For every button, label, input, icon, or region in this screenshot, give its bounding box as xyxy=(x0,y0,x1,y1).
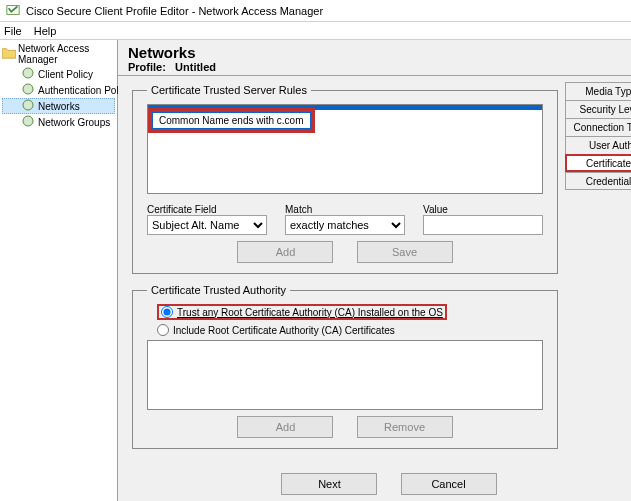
tree-item-network-groups[interactable]: Network Groups xyxy=(2,114,115,130)
ca-listbox[interactable] xyxy=(147,340,543,410)
leaf-icon xyxy=(22,83,34,97)
ca-remove-button[interactable]: Remove xyxy=(357,416,453,438)
wizard-nav: Next Cancel xyxy=(118,469,631,501)
tree-item-label: Authentication Policy xyxy=(38,85,131,96)
window-title: Cisco Secure Client Profile Editor - Net… xyxy=(26,5,323,17)
cert-field-select[interactable]: Subject Alt. Name xyxy=(147,215,267,235)
menu-file[interactable]: File xyxy=(4,25,22,37)
tree-item-networks[interactable]: Networks xyxy=(2,98,115,114)
leaf-icon xyxy=(22,115,34,129)
tree-item-label: Network Groups xyxy=(38,117,110,128)
tree-root[interactable]: Network Access Manager xyxy=(2,42,115,66)
rules-add-button[interactable]: Add xyxy=(237,241,333,263)
svg-point-2 xyxy=(23,84,33,94)
rules-listbox[interactable]: Common Name ends with c.com xyxy=(147,104,543,194)
tree-item-client-policy[interactable]: Client Policy xyxy=(2,66,115,82)
group-legend: Certificate Trusted Server Rules xyxy=(147,84,311,96)
tree-panel: Network Access Manager Client Policy Aut… xyxy=(0,40,118,501)
leaf-icon xyxy=(22,67,34,81)
tree-root-label: Network Access Manager xyxy=(18,43,115,65)
group-legend: Certificate Trusted Authority xyxy=(147,284,290,296)
svg-point-1 xyxy=(23,68,33,78)
rule-item[interactable]: Common Name ends with c.com xyxy=(152,112,311,129)
tab-certificates[interactable]: Certificates xyxy=(565,154,631,172)
svg-point-4 xyxy=(23,116,33,126)
include-ca-radio[interactable] xyxy=(157,324,169,336)
main-panel: Networks Profile: Untitled Media Type Se… xyxy=(118,40,631,501)
tab-connection-type[interactable]: Connection Type xyxy=(565,118,631,136)
ca-add-button[interactable]: Add xyxy=(237,416,333,438)
match-select[interactable]: exactly matches xyxy=(285,215,405,235)
value-input[interactable] xyxy=(423,215,543,235)
tab-media-type[interactable]: Media Type xyxy=(565,82,631,100)
right-tabs: Media Type Security Level Connection Typ… xyxy=(565,82,631,190)
trust-os-radio[interactable] xyxy=(161,306,173,318)
rules-save-button[interactable]: Save xyxy=(357,241,453,263)
page-title: Networks xyxy=(128,44,631,61)
svg-point-3 xyxy=(23,100,33,110)
trusted-server-rules-group: Certificate Trusted Server Rules Common … xyxy=(132,84,558,274)
cancel-button[interactable]: Cancel xyxy=(401,473,497,495)
tab-security-level[interactable]: Security Level xyxy=(565,100,631,118)
tree-item-label: Client Policy xyxy=(38,69,93,80)
app-icon xyxy=(6,3,20,19)
leaf-icon xyxy=(22,99,34,113)
menubar: File Help xyxy=(0,22,631,40)
main-header: Networks Profile: Untitled xyxy=(118,40,631,76)
menu-help[interactable]: Help xyxy=(34,25,57,37)
cert-field-label: Certificate Field xyxy=(147,204,267,215)
match-label: Match xyxy=(285,204,405,215)
profile-value: Untitled xyxy=(175,61,216,73)
profile-label: Profile: xyxy=(128,61,166,73)
next-button[interactable]: Next xyxy=(281,473,377,495)
value-label: Value xyxy=(423,204,543,215)
folder-icon xyxy=(2,47,16,61)
trust-os-label: Trust any Root Certificate Authority (CA… xyxy=(177,307,443,318)
include-ca-label: Include Root Certificate Authority (CA) … xyxy=(173,325,395,336)
trusted-authority-group: Certificate Trusted Authority Trust any … xyxy=(132,284,558,449)
tab-user-auth[interactable]: User Auth xyxy=(565,136,631,154)
tree-item-auth-policy[interactable]: Authentication Policy xyxy=(2,82,115,98)
titlebar: Cisco Secure Client Profile Editor - Net… xyxy=(0,0,631,22)
tab-credentials[interactable]: Credentials xyxy=(565,172,631,190)
tree-item-label: Networks xyxy=(38,101,80,112)
